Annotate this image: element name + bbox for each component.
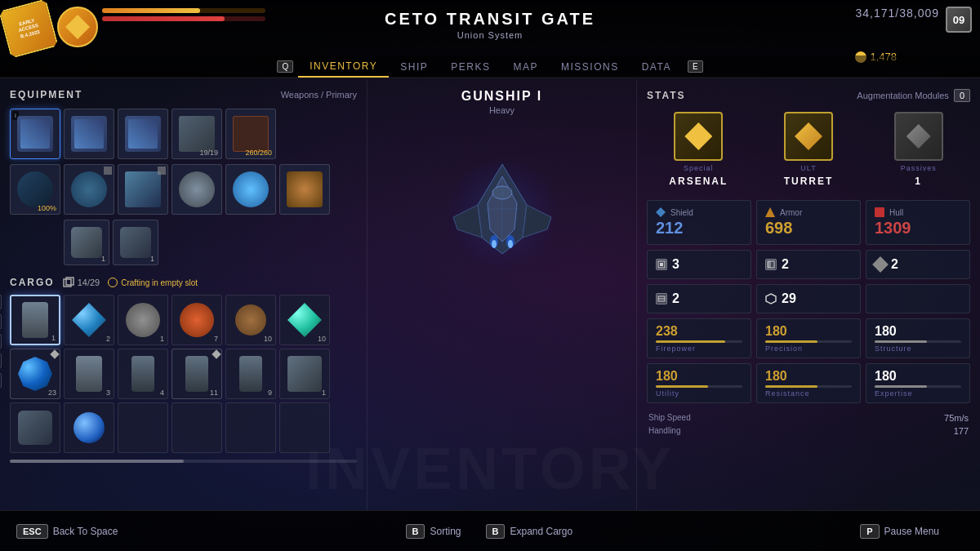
expand-label: Expand Cargo bbox=[510, 526, 572, 537]
lock-icon-2 bbox=[158, 167, 166, 175]
armor-icon bbox=[765, 207, 775, 217]
cargo-slot-1-5[interactable]: 10 bbox=[225, 295, 276, 345]
expertise-track bbox=[875, 385, 961, 388]
cargo-slot-3-1[interactable] bbox=[10, 402, 60, 453]
diamond-stat-icon bbox=[872, 256, 889, 273]
cargo-slot-2-5[interactable]: 9 bbox=[225, 349, 276, 399]
esc-action[interactable]: ESC Back To Space bbox=[16, 524, 118, 539]
equip-slot-r3-1[interactable]: 1 bbox=[64, 220, 109, 265]
nav-bar: Q INVENTORY SHIP PERKS MAP MISSIONS DATA… bbox=[0, 56, 980, 78]
diamond-ind-2-1 bbox=[50, 349, 59, 358]
equip-slot-r2-4[interactable] bbox=[172, 164, 222, 215]
equip-item-r2-2 bbox=[71, 171, 107, 207]
svg-rect-29 bbox=[768, 261, 771, 268]
equip-slot-r2-6[interactable] bbox=[279, 164, 330, 215]
cargo-scrollbar-thumb bbox=[10, 460, 184, 463]
cargo-slot-1-1[interactable]: 1 bbox=[10, 295, 60, 345]
xp-bar-bg bbox=[102, 8, 265, 13]
equip-slot-2[interactable] bbox=[64, 109, 114, 159]
cargo-count-1-5: 10 bbox=[264, 335, 272, 343]
cargo-slot-2-1[interactable]: 23 bbox=[10, 349, 60, 399]
settings-icon-4[interactable] bbox=[0, 353, 2, 368]
equip-item-5 bbox=[233, 116, 269, 152]
small-stat-6 bbox=[866, 284, 970, 313]
nav-item-perks[interactable]: PERKS bbox=[439, 56, 501, 78]
cargo-slot-2-4[interactable]: 11 bbox=[172, 349, 222, 399]
equip-slot-3[interactable] bbox=[118, 109, 168, 159]
cargo-count-1-1: 1 bbox=[51, 334, 56, 342]
equip-slot-4[interactable]: 19/19 bbox=[172, 109, 222, 159]
arsenal-item-passives[interactable]: Passives 1 bbox=[866, 112, 970, 187]
cargo-slot-2-6[interactable]: 1 bbox=[279, 349, 330, 399]
equip-slot-r2-3[interactable] bbox=[118, 164, 168, 215]
settings-icon-3[interactable] bbox=[0, 334, 2, 349]
cargo-slot-2-3[interactable]: 4 bbox=[118, 349, 168, 399]
pause-label: Pause Menu bbox=[884, 526, 939, 537]
small-stat-value-5: 29 bbox=[782, 291, 796, 306]
sort-label: Sorting bbox=[430, 526, 461, 537]
utility-label: Utility bbox=[656, 389, 742, 398]
structure-track bbox=[875, 340, 961, 343]
nav-item-data[interactable]: DATA bbox=[630, 56, 683, 78]
arsenal-row: Special ARSENAL ULT TURRET Passives 1 bbox=[647, 112, 970, 187]
cargo-slot-1-2[interactable]: 2 bbox=[64, 295, 114, 345]
hull-value: 1309 bbox=[875, 219, 961, 238]
arsenal-item-special[interactable]: Special ARSENAL bbox=[647, 112, 751, 187]
nav-item-ship[interactable]: SHIP bbox=[389, 56, 439, 78]
bottom-bar: ESC Back To Space B Sorting B Expand Car… bbox=[0, 510, 980, 551]
player-icon-diamond bbox=[65, 15, 90, 39]
cargo-slot-3-4[interactable] bbox=[172, 402, 222, 453]
pause-action[interactable]: P Pause Menu bbox=[860, 524, 939, 539]
cargo-count-2-1: 23 bbox=[48, 389, 56, 397]
cargo-slot-1-6[interactable]: 10 bbox=[279, 295, 330, 345]
ship-speed-label: Ship Speed bbox=[648, 413, 691, 423]
cargo-slot-3-6[interactable] bbox=[279, 402, 330, 453]
sort-key[interactable]: B bbox=[406, 524, 425, 539]
nav-item-inventory[interactable]: INVENTORY bbox=[298, 56, 389, 78]
cargo-slot-2-2[interactable]: 3 bbox=[64, 349, 114, 399]
cargo-slot-3-5[interactable] bbox=[225, 402, 276, 453]
expand-key[interactable]: B bbox=[486, 524, 506, 539]
settings-icon-2[interactable] bbox=[0, 314, 2, 329]
resistance-value: 180 bbox=[765, 369, 852, 384]
shield-icon bbox=[656, 207, 666, 217]
nav-key-right[interactable]: E bbox=[688, 60, 703, 73]
cargo-item-1-4 bbox=[180, 303, 214, 337]
settings-icon-5[interactable] bbox=[0, 373, 2, 388]
esc-key[interactable]: ESC bbox=[16, 524, 48, 539]
slot-count-r2-1: 100% bbox=[38, 204, 56, 212]
cargo-item-3-1 bbox=[18, 411, 52, 445]
cargo-scrollbar[interactable] bbox=[10, 460, 357, 463]
pause-key[interactable]: P bbox=[860, 524, 879, 539]
equip-slot-r2-5[interactable] bbox=[225, 164, 276, 215]
cargo-slot-1-3[interactable]: 1 bbox=[118, 295, 168, 345]
nav-key-left[interactable]: Q bbox=[277, 60, 293, 73]
small-stats-row-2: 2 29 bbox=[647, 284, 970, 313]
lock-icon bbox=[104, 167, 112, 175]
cargo-slot-3-3[interactable] bbox=[118, 402, 168, 453]
small-stats-row-1: 3 2 2 bbox=[647, 250, 970, 279]
arsenal-label-lg-special: ARSENAL bbox=[669, 176, 728, 187]
cargo-slot-3-2[interactable] bbox=[64, 402, 114, 453]
arsenal-item-ult[interactable]: ULT TURRET bbox=[757, 112, 861, 187]
equip-slot-5[interactable]: 260/260 bbox=[225, 109, 276, 159]
stats-header: STATS Augmentation Modules 0 bbox=[647, 89, 970, 102]
settings-icon-1[interactable] bbox=[0, 295, 2, 309]
equip-slot-r3-2[interactable]: 1 bbox=[113, 220, 158, 265]
expand-action[interactable]: B Expand Cargo bbox=[486, 524, 573, 539]
small-stat-1: 3 bbox=[647, 250, 751, 279]
equip-slot-r2-2[interactable] bbox=[64, 164, 114, 215]
nav-item-missions[interactable]: MISSIONS bbox=[550, 56, 630, 78]
utility-value: 180 bbox=[656, 369, 742, 384]
firepower-value: 238 bbox=[656, 324, 742, 339]
cargo-slot-1-4[interactable]: 7 bbox=[172, 295, 222, 345]
xp-bar-container bbox=[102, 8, 265, 21]
equip-slot-r2-1[interactable]: 100% bbox=[10, 164, 60, 215]
cargo-count-2-5: 9 bbox=[268, 389, 272, 397]
nav-item-map[interactable]: MAP bbox=[501, 56, 550, 78]
craft-icon bbox=[108, 278, 118, 287]
sort-action[interactable]: B Sorting bbox=[406, 524, 461, 539]
shield-row: Shield bbox=[656, 207, 742, 217]
equip-slot-1[interactable]: i bbox=[10, 109, 60, 159]
shield-value: 212 bbox=[656, 219, 742, 238]
